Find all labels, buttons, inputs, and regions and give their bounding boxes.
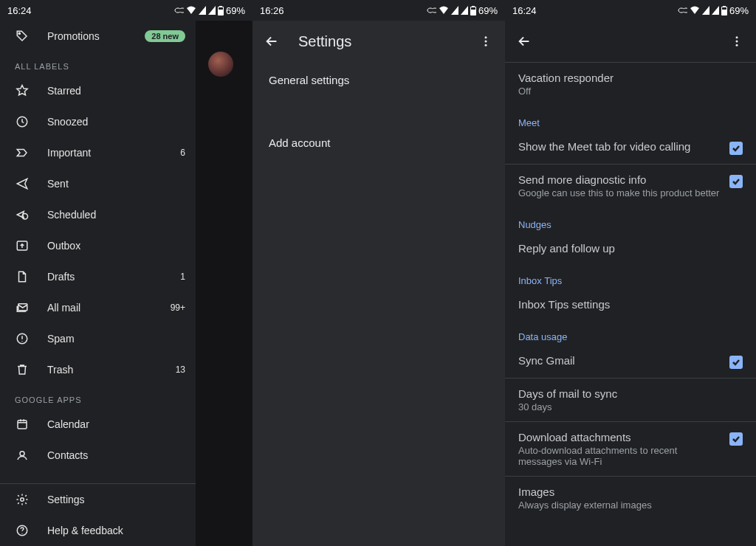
pref-title: Sync Gmail bbox=[518, 354, 721, 367]
nav-promotions[interactable]: Promotions 28 new bbox=[0, 21, 196, 52]
stack-mail-icon bbox=[15, 300, 30, 315]
badge-new: 28 new bbox=[145, 30, 185, 42]
back-button[interactable] bbox=[263, 32, 281, 50]
nav-count: 99+ bbox=[171, 303, 185, 313]
nav-label: Help & feedback bbox=[47, 525, 185, 536]
overflow-button[interactable] bbox=[728, 32, 746, 50]
status-icons: 69% bbox=[677, 5, 749, 16]
nav-label: Promotions bbox=[47, 30, 127, 42]
nav-label: Starred bbox=[47, 85, 168, 97]
battery-icon bbox=[218, 6, 224, 15]
nav-label: Trash bbox=[47, 364, 158, 376]
clock-icon bbox=[15, 114, 30, 129]
nav-label: Drafts bbox=[47, 271, 162, 283]
battery-pct: 69% bbox=[478, 5, 498, 16]
nav-important[interactable]: Important 6 bbox=[0, 137, 196, 168]
battery-icon bbox=[470, 6, 476, 15]
nav-label: Outbox bbox=[47, 240, 168, 252]
outbox-icon bbox=[15, 238, 30, 253]
overflow-button[interactable] bbox=[477, 32, 495, 50]
svg-point-17 bbox=[485, 41, 487, 43]
checkbox-checked[interactable] bbox=[729, 356, 743, 369]
item-add-account[interactable]: Add account bbox=[252, 125, 505, 161]
vpn-icon bbox=[426, 7, 436, 14]
tag-icon bbox=[15, 29, 30, 44]
app-bar bbox=[505, 21, 756, 62]
back-button[interactable] bbox=[515, 32, 533, 50]
svg-rect-1 bbox=[219, 6, 222, 7]
svg-point-11 bbox=[21, 498, 24, 502]
contacts-icon bbox=[15, 448, 30, 463]
nav-label: Settings bbox=[47, 494, 185, 505]
nav-drafts[interactable]: Drafts 1 bbox=[0, 261, 196, 292]
avatar bbox=[208, 52, 233, 77]
pref-summary: Google can use this to make this product… bbox=[518, 187, 721, 198]
status-bar: 16:24 69% bbox=[505, 0, 756, 21]
checkbox-checked[interactable] bbox=[729, 432, 743, 446]
svg-point-23 bbox=[736, 41, 738, 43]
checkbox-checked[interactable] bbox=[729, 142, 743, 155]
section-all-labels: All labels bbox=[0, 52, 196, 75]
nav-scheduled[interactable]: Scheduled bbox=[0, 199, 196, 230]
drawer-scrim[interactable] bbox=[196, 21, 252, 546]
drawer-footer: Settings Help & feedback bbox=[0, 483, 196, 546]
pref-meet-tab[interactable]: Show the Meet tab for video calling bbox=[505, 131, 756, 164]
signal-icon bbox=[208, 6, 216, 15]
pref-vacation[interactable]: Vacation responder Off bbox=[505, 63, 756, 106]
item-general-settings[interactable]: General settings bbox=[252, 62, 505, 98]
pref-title: Inbox Tips settings bbox=[518, 298, 743, 311]
wifi-icon bbox=[439, 6, 449, 15]
schedule-send-icon bbox=[15, 207, 30, 222]
svg-rect-14 bbox=[472, 6, 475, 7]
clock: 16:24 bbox=[512, 5, 537, 16]
nav-label: Scheduled bbox=[47, 209, 168, 221]
pref-nudges[interactable]: Reply and follow up bbox=[505, 233, 756, 263]
section-inbox-tips: Inbox Tips bbox=[505, 263, 756, 289]
svg-rect-15 bbox=[471, 7, 475, 10]
nav-calendar[interactable]: Calendar bbox=[0, 409, 196, 440]
signal-icon bbox=[702, 6, 709, 15]
nav-settings[interactable]: Settings bbox=[0, 484, 196, 515]
nav-snoozed[interactable]: Snoozed bbox=[0, 106, 196, 137]
nav-contacts[interactable]: Contacts bbox=[0, 440, 196, 471]
nav-spam[interactable]: Spam bbox=[0, 323, 196, 354]
nav-count: 1 bbox=[180, 272, 185, 282]
nav-trash[interactable]: Trash 13 bbox=[0, 354, 196, 385]
svg-point-22 bbox=[736, 36, 738, 38]
trash-icon bbox=[15, 362, 30, 377]
nav-allmail[interactable]: All mail 99+ bbox=[0, 292, 196, 323]
calendar-icon bbox=[15, 417, 30, 432]
star-icon bbox=[15, 83, 30, 98]
nav-label: Contacts bbox=[47, 449, 185, 461]
file-icon bbox=[15, 269, 30, 284]
nav-count: 6 bbox=[180, 148, 185, 158]
pref-summary: 30 days bbox=[518, 401, 743, 412]
nav-outbox[interactable]: Outbox bbox=[0, 230, 196, 261]
pref-inbox-tips[interactable]: Inbox Tips settings bbox=[505, 289, 756, 319]
svg-point-18 bbox=[485, 44, 487, 46]
nav-starred[interactable]: Starred bbox=[0, 75, 196, 106]
nav-label: Calendar bbox=[47, 418, 185, 430]
pref-title: Images bbox=[518, 485, 743, 498]
svg-point-16 bbox=[485, 36, 487, 38]
nav-help[interactable]: Help & feedback bbox=[0, 515, 196, 546]
pref-summary: Off bbox=[518, 86, 743, 97]
pref-sync[interactable]: Sync Gmail bbox=[505, 345, 756, 378]
checkbox-checked[interactable] bbox=[729, 175, 743, 188]
section-meet: Meet bbox=[505, 106, 756, 131]
nav-sent[interactable]: Sent bbox=[0, 168, 196, 199]
pref-diagnostic[interactable]: Send more diagnostic info Google can use… bbox=[505, 165, 756, 207]
pref-title: Send more diagnostic info bbox=[518, 173, 721, 186]
battery-icon bbox=[721, 6, 727, 15]
pref-days-sync[interactable]: Days of mail to sync 30 days bbox=[505, 379, 756, 421]
status-bar: 16:26 69% bbox=[252, 0, 505, 21]
signal-icon bbox=[712, 6, 719, 15]
pref-images[interactable]: Images Always display external images bbox=[505, 477, 756, 519]
svg-rect-21 bbox=[722, 7, 726, 10]
pref-summary: Always display external images bbox=[518, 500, 743, 511]
nav-label: Spam bbox=[47, 333, 168, 345]
svg-rect-20 bbox=[723, 6, 726, 7]
nav-count: 13 bbox=[176, 364, 185, 375]
signal-icon bbox=[199, 6, 206, 15]
pref-download-att[interactable]: Download attachments Auto-download attac… bbox=[505, 422, 756, 476]
